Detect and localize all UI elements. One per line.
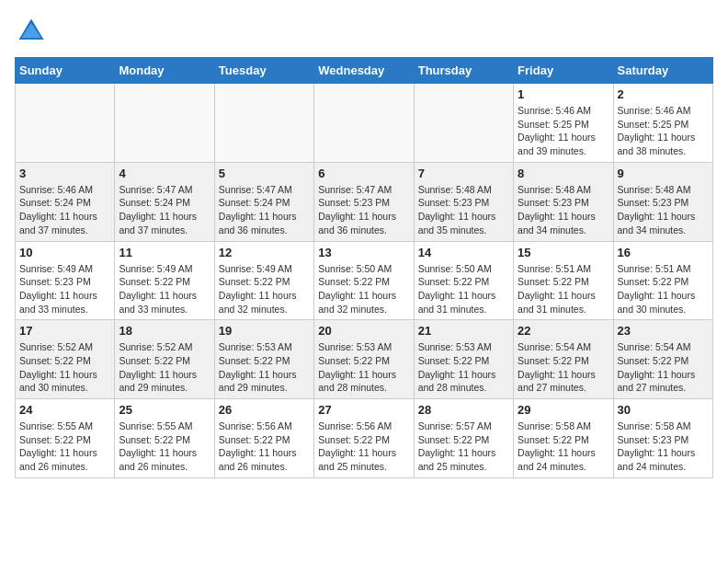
week-row-3: 10Sunrise: 5:49 AM Sunset: 5:23 PM Dayli…: [16, 241, 713, 320]
calendar-cell: 22Sunrise: 5:54 AM Sunset: 5:22 PM Dayli…: [514, 320, 613, 399]
day-info: Sunrise: 5:47 AM Sunset: 5:24 PM Dayligh…: [119, 183, 210, 237]
calendar-cell: 21Sunrise: 5:53 AM Sunset: 5:22 PM Dayli…: [414, 320, 513, 399]
weekday-header-friday: Friday: [514, 58, 613, 84]
day-info: Sunrise: 5:47 AM Sunset: 5:23 PM Dayligh…: [318, 183, 409, 237]
day-info: Sunrise: 5:46 AM Sunset: 5:25 PM Dayligh…: [618, 104, 709, 158]
day-info: Sunrise: 5:56 AM Sunset: 5:22 PM Dayligh…: [318, 419, 409, 474]
calendar-cell: 2Sunrise: 5:46 AM Sunset: 5:25 PM Daylig…: [613, 84, 712, 163]
day-number: 25: [119, 403, 210, 417]
logo-icon: [15, 15, 48, 48]
day-info: Sunrise: 5:49 AM Sunset: 5:23 PM Dayligh…: [19, 262, 110, 316]
day-number: 26: [219, 403, 310, 417]
calendar-cell: 14Sunrise: 5:50 AM Sunset: 5:22 PM Dayli…: [414, 241, 513, 320]
calendar-cell: 13Sunrise: 5:50 AM Sunset: 5:22 PM Dayli…: [314, 241, 414, 320]
week-row-5: 24Sunrise: 5:55 AM Sunset: 5:22 PM Dayli…: [16, 399, 713, 478]
weekday-header-monday: Monday: [115, 58, 214, 84]
weekday-header-saturday: Saturday: [613, 58, 712, 84]
day-info: Sunrise: 5:55 AM Sunset: 5:22 PM Dayligh…: [119, 419, 210, 474]
calendar-cell: 15Sunrise: 5:51 AM Sunset: 5:22 PM Dayli…: [514, 241, 613, 320]
day-number: 19: [219, 324, 310, 338]
day-info: Sunrise: 5:46 AM Sunset: 5:25 PM Dayligh…: [518, 104, 609, 158]
calendar-cell: 30Sunrise: 5:58 AM Sunset: 5:23 PM Dayli…: [613, 399, 712, 478]
day-info: Sunrise: 5:57 AM Sunset: 5:22 PM Dayligh…: [418, 419, 509, 474]
day-info: Sunrise: 5:46 AM Sunset: 5:24 PM Dayligh…: [19, 183, 110, 237]
day-number: 1: [518, 87, 609, 101]
day-info: Sunrise: 5:49 AM Sunset: 5:22 PM Dayligh…: [219, 262, 310, 316]
calendar-cell: 26Sunrise: 5:56 AM Sunset: 5:22 PM Dayli…: [214, 399, 313, 478]
calendar-cell: [414, 84, 513, 163]
day-info: Sunrise: 5:54 AM Sunset: 5:22 PM Dayligh…: [618, 340, 709, 395]
day-number: 6: [318, 167, 409, 180]
week-row-1: 1Sunrise: 5:46 AM Sunset: 5:25 PM Daylig…: [16, 84, 713, 163]
calendar-cell: 19Sunrise: 5:53 AM Sunset: 5:22 PM Dayli…: [214, 320, 313, 399]
day-number: 9: [618, 167, 709, 180]
calendar-cell: [214, 84, 313, 163]
day-number: 12: [219, 246, 310, 259]
day-info: Sunrise: 5:52 AM Sunset: 5:22 PM Dayligh…: [19, 340, 110, 395]
day-info: Sunrise: 5:48 AM Sunset: 5:23 PM Dayligh…: [518, 183, 609, 237]
calendar-cell: 8Sunrise: 5:48 AM Sunset: 5:23 PM Daylig…: [514, 162, 613, 241]
calendar-cell: 4Sunrise: 5:47 AM Sunset: 5:24 PM Daylig…: [115, 162, 214, 241]
calendar-cell: 24Sunrise: 5:55 AM Sunset: 5:22 PM Dayli…: [16, 399, 115, 478]
calendar-cell: 16Sunrise: 5:51 AM Sunset: 5:22 PM Dayli…: [613, 241, 712, 320]
day-info: Sunrise: 5:50 AM Sunset: 5:22 PM Dayligh…: [318, 262, 409, 316]
day-number: 14: [418, 246, 509, 259]
day-number: 5: [219, 167, 310, 180]
calendar-cell: 28Sunrise: 5:57 AM Sunset: 5:22 PM Dayli…: [414, 399, 513, 478]
calendar-cell: 20Sunrise: 5:53 AM Sunset: 5:22 PM Dayli…: [314, 320, 414, 399]
calendar: SundayMondayTuesdayWednesdayThursdayFrid…: [15, 57, 713, 478]
day-number: 15: [518, 246, 609, 259]
day-number: 28: [418, 403, 509, 417]
day-number: 21: [418, 324, 509, 338]
day-info: Sunrise: 5:52 AM Sunset: 5:22 PM Dayligh…: [119, 340, 210, 395]
logo: [15, 15, 53, 48]
week-row-2: 3Sunrise: 5:46 AM Sunset: 5:24 PM Daylig…: [16, 162, 713, 241]
weekday-header-wednesday: Wednesday: [314, 58, 414, 84]
calendar-cell: 5Sunrise: 5:47 AM Sunset: 5:24 PM Daylig…: [214, 162, 313, 241]
day-info: Sunrise: 5:58 AM Sunset: 5:22 PM Dayligh…: [518, 419, 609, 474]
day-info: Sunrise: 5:50 AM Sunset: 5:22 PM Dayligh…: [418, 262, 509, 316]
weekday-header-row: SundayMondayTuesdayWednesdayThursdayFrid…: [16, 58, 713, 84]
day-info: Sunrise: 5:51 AM Sunset: 5:22 PM Dayligh…: [518, 262, 609, 316]
calendar-cell: 10Sunrise: 5:49 AM Sunset: 5:23 PM Dayli…: [16, 241, 115, 320]
day-number: 22: [518, 324, 609, 338]
weekday-header-tuesday: Tuesday: [214, 58, 313, 84]
calendar-cell: 12Sunrise: 5:49 AM Sunset: 5:22 PM Dayli…: [214, 241, 313, 320]
day-info: Sunrise: 5:55 AM Sunset: 5:22 PM Dayligh…: [19, 419, 110, 474]
day-number: 24: [19, 403, 110, 417]
day-info: Sunrise: 5:47 AM Sunset: 5:24 PM Dayligh…: [219, 183, 310, 237]
calendar-cell: 17Sunrise: 5:52 AM Sunset: 5:22 PM Dayli…: [16, 320, 115, 399]
day-number: 27: [318, 403, 409, 417]
day-number: 18: [119, 324, 210, 338]
day-info: Sunrise: 5:51 AM Sunset: 5:22 PM Dayligh…: [618, 262, 709, 316]
day-info: Sunrise: 5:54 AM Sunset: 5:22 PM Dayligh…: [518, 340, 609, 395]
weekday-header-sunday: Sunday: [16, 58, 115, 84]
day-info: Sunrise: 5:48 AM Sunset: 5:23 PM Dayligh…: [418, 183, 509, 237]
day-info: Sunrise: 5:56 AM Sunset: 5:22 PM Dayligh…: [219, 419, 310, 474]
day-number: 8: [518, 167, 609, 180]
calendar-cell: 1Sunrise: 5:46 AM Sunset: 5:25 PM Daylig…: [514, 84, 613, 163]
day-number: 7: [418, 167, 509, 180]
calendar-cell: 11Sunrise: 5:49 AM Sunset: 5:22 PM Dayli…: [115, 241, 214, 320]
day-number: 16: [618, 246, 709, 259]
day-info: Sunrise: 5:58 AM Sunset: 5:23 PM Dayligh…: [618, 419, 709, 474]
calendar-cell: 6Sunrise: 5:47 AM Sunset: 5:23 PM Daylig…: [314, 162, 414, 241]
header: [15, 15, 713, 48]
calendar-cell: [115, 84, 214, 163]
day-info: Sunrise: 5:53 AM Sunset: 5:22 PM Dayligh…: [418, 340, 509, 395]
day-number: 3: [19, 167, 110, 180]
calendar-cell: 9Sunrise: 5:48 AM Sunset: 5:23 PM Daylig…: [613, 162, 712, 241]
day-number: 20: [318, 324, 409, 338]
calendar-cell: 7Sunrise: 5:48 AM Sunset: 5:23 PM Daylig…: [414, 162, 513, 241]
calendar-cell: 3Sunrise: 5:46 AM Sunset: 5:24 PM Daylig…: [16, 162, 115, 241]
day-number: 10: [19, 246, 110, 259]
day-number: 4: [119, 167, 210, 180]
calendar-cell: 25Sunrise: 5:55 AM Sunset: 5:22 PM Dayli…: [115, 399, 214, 478]
calendar-cell: 29Sunrise: 5:58 AM Sunset: 5:22 PM Dayli…: [514, 399, 613, 478]
day-number: 13: [318, 246, 409, 259]
day-info: Sunrise: 5:49 AM Sunset: 5:22 PM Dayligh…: [119, 262, 210, 316]
day-number: 17: [19, 324, 110, 338]
day-number: 29: [518, 403, 609, 417]
week-row-4: 17Sunrise: 5:52 AM Sunset: 5:22 PM Dayli…: [16, 320, 713, 399]
calendar-cell: [16, 84, 115, 163]
